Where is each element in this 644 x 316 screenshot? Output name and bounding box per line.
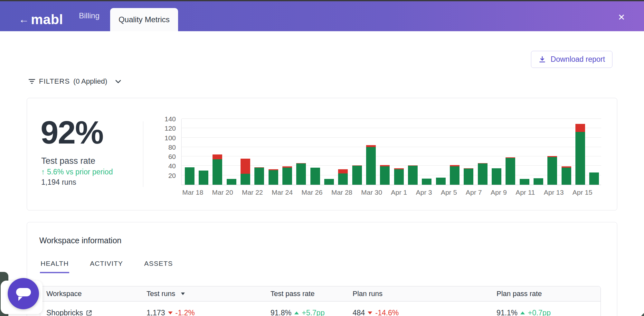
- bar-passed-segment: [310, 168, 320, 185]
- chart-bar[interactable]: [394, 168, 404, 185]
- close-icon[interactable]: ✕: [614, 11, 629, 24]
- download-report-button[interactable]: Download report: [531, 51, 612, 68]
- x-axis-slot: Apr 11: [516, 189, 535, 196]
- chart-bar-slot: [504, 157, 517, 185]
- chart-bar[interactable]: [213, 154, 222, 185]
- workspace-link[interactable]: Shopbricks: [46, 309, 147, 316]
- chart-bar[interactable]: [254, 167, 264, 185]
- x-axis-slot: [323, 189, 331, 196]
- x-axis-tick: Mar 18: [182, 189, 203, 196]
- x-axis-slot: Mar 22: [242, 189, 263, 196]
- x-axis-tick: Apr 13: [544, 189, 564, 196]
- chart-bar-slot: [406, 165, 420, 185]
- bar-passed-segment: [199, 171, 208, 185]
- tab-billing[interactable]: Billing: [71, 0, 107, 31]
- help-launcher-corner[interactable]: [639, 310, 644, 316]
- bar-passed-segment: [185, 167, 194, 185]
- chart-bar[interactable]: [450, 165, 459, 185]
- chart-bars: [182, 119, 601, 185]
- daily-runs-chart: 20406080100120140 Mar 18Mar 20Mar 22Mar …: [156, 115, 607, 200]
- chart-bar[interactable]: [562, 166, 571, 185]
- chart-bar[interactable]: [199, 171, 208, 185]
- chart-bar[interactable]: [296, 163, 306, 185]
- x-axis-tick: Apr 15: [573, 189, 592, 196]
- table-header-row: Workspace Test runs Test pass rate Plan …: [40, 286, 601, 302]
- column-header-test-runs[interactable]: Test runs: [147, 290, 270, 298]
- filter-icon: [28, 79, 35, 84]
- chart-bar[interactable]: [534, 178, 543, 185]
- chart-bar[interactable]: [366, 145, 376, 185]
- bar-passed-segment: [450, 166, 459, 185]
- chart-bar-slot: [573, 124, 587, 185]
- chart-bar[interactable]: [241, 159, 250, 185]
- x-axis-slot: [203, 189, 212, 196]
- plan-runs-cell: 484 -14.6%: [353, 309, 497, 316]
- chart-bar[interactable]: [269, 169, 278, 185]
- column-header-test-pass-rate[interactable]: Test pass rate: [270, 290, 353, 298]
- chart-bar[interactable]: [575, 124, 585, 185]
- chart-bar-slot: [308, 168, 322, 185]
- column-header-plan-pass-rate[interactable]: Plan pass rate: [497, 290, 601, 298]
- chart-bar[interactable]: [589, 172, 599, 185]
- chat-launcher-button[interactable]: [8, 278, 39, 309]
- y-axis-tick: 40: [168, 162, 176, 170]
- bar-passed-segment: [478, 163, 488, 185]
- chart-bar[interactable]: [422, 179, 431, 185]
- y-axis-tick: 140: [165, 115, 176, 123]
- chart-bar[interactable]: [352, 165, 362, 185]
- tab-quality-metrics[interactable]: Quality Metrics: [110, 8, 178, 31]
- chart-bar[interactable]: [506, 157, 515, 185]
- x-axis-slot: Mar 30: [361, 189, 382, 196]
- x-axis-slot: Apr 15: [573, 189, 592, 196]
- x-axis-slot: [432, 189, 441, 196]
- chart-bar[interactable]: [478, 163, 488, 185]
- column-header-plan-runs[interactable]: Plan runs: [353, 290, 497, 298]
- chart-bar[interactable]: [310, 168, 320, 185]
- bar-failed-segment: [241, 159, 250, 174]
- bar-passed-segment: [562, 168, 571, 185]
- chart-bar[interactable]: [492, 168, 501, 185]
- chart-bar[interactable]: [185, 167, 194, 185]
- filters-toggle[interactable]: FILTERS (0 Applied): [28, 77, 121, 86]
- bar-passed-segment: [254, 168, 264, 185]
- bar-passed-segment: [227, 179, 236, 185]
- chevron-down-icon[interactable]: [115, 80, 121, 83]
- chart-bar-slot: [476, 163, 489, 185]
- chart-bar-slot: [350, 165, 364, 185]
- x-axis-slot: Mar 28: [331, 189, 352, 196]
- chart-bar-slot: [545, 156, 559, 185]
- chart-bar-slot: [559, 166, 573, 185]
- chart-bar[interactable]: [464, 168, 473, 185]
- plan-pass-rate-cell: 91.1% +0.7pp: [497, 309, 601, 316]
- chart-y-labels: 20406080100120140: [156, 119, 178, 185]
- x-axis-slot: Apr 3: [416, 189, 432, 196]
- x-axis-slot: Apr 7: [466, 189, 482, 196]
- tab-activity[interactable]: ACTIVITY: [89, 257, 124, 273]
- chart-bar[interactable]: [408, 165, 418, 185]
- column-header-workspace[interactable]: Workspace: [46, 290, 147, 298]
- column-header-test-runs-label: Test runs: [147, 290, 175, 298]
- bar-passed-segment: [366, 147, 376, 185]
- bar-passed-segment: [436, 178, 446, 185]
- chart-bar[interactable]: [324, 179, 334, 185]
- chart-bar[interactable]: [436, 178, 446, 185]
- x-axis-tick: Apr 3: [416, 189, 432, 196]
- chart-bar[interactable]: [380, 165, 390, 185]
- chart-bar[interactable]: [547, 156, 557, 185]
- x-axis-tick: Mar 30: [361, 189, 382, 196]
- test-pass-rate-caption: Test pass rate: [41, 156, 95, 166]
- chart-bar-slot: [280, 166, 294, 185]
- x-axis-tick: Mar 28: [331, 189, 352, 196]
- bar-passed-segment: [506, 158, 515, 185]
- tab-assets[interactable]: ASSETS: [144, 257, 174, 273]
- chart-bar[interactable]: [282, 166, 292, 185]
- y-axis-tick: 60: [168, 153, 176, 161]
- plan-runs-value: 484: [353, 309, 365, 316]
- back-arrow-icon[interactable]: ←: [19, 14, 29, 24]
- chart-bar[interactable]: [520, 179, 529, 185]
- tab-health[interactable]: HEALTH: [40, 257, 69, 273]
- test-runs-delta: -1.2%: [175, 309, 195, 316]
- chart-bar[interactable]: [338, 169, 348, 185]
- filters-applied-count: (0 Applied): [73, 77, 107, 86]
- chart-bar[interactable]: [227, 179, 236, 185]
